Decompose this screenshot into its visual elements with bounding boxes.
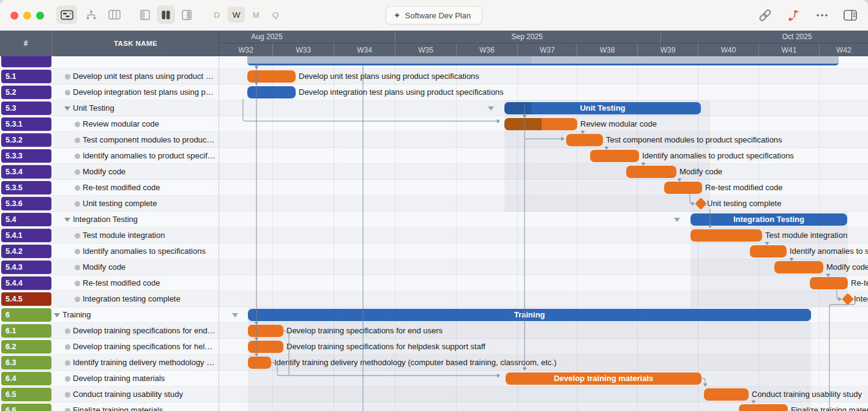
milestone-flag-button[interactable] <box>786 7 802 26</box>
week-cell-w37: W37 <box>517 43 577 56</box>
table-row-partial[interactable] <box>0 56 219 68</box>
task-name-label: Modify code <box>83 164 215 180</box>
month-label: Oct 2025 <box>782 31 812 43</box>
columns-view-button[interactable] <box>104 6 125 24</box>
row-badge: 5.4.3 <box>1 261 51 274</box>
week-cell-w41: W41 <box>758 43 819 56</box>
task-name-label: Review modular code <box>83 116 215 132</box>
task-bullet-icon <box>75 297 80 302</box>
plan-title-pill[interactable]: ✦ Software Dev Plan <box>386 6 482 24</box>
table-row-5.2[interactable]: 5.2Develop integration test plans using … <box>0 84 219 100</box>
dependency-arrow <box>605 147 609 150</box>
more-button[interactable] <box>815 7 829 26</box>
month-row: Aug 2025Sep 2025Oct 2025 <box>219 31 868 43</box>
task-name-label: Modify code <box>83 259 215 275</box>
month-label: Sep 2025 <box>511 31 542 43</box>
task-bullet-icon <box>65 408 70 411</box>
week-cell-w35: W35 <box>395 43 456 56</box>
table-row-6.3[interactable]: 6.3Identify training delivery methodolog… <box>0 355 219 371</box>
dependency-arrow <box>255 82 259 85</box>
toolbar: DWMQ ✦ Software Dev Plan <box>0 0 868 31</box>
ai-sparkle-icon: ✦ <box>394 11 401 20</box>
dependency-arrow <box>642 163 646 166</box>
task-bullet-icon <box>75 154 80 159</box>
task-name-label: Develop training specifications for help… <box>73 339 215 355</box>
task-bullet-icon <box>75 233 80 239</box>
table-row-5.4.4[interactable]: 5.4.4Re-test modified code <box>0 275 219 291</box>
columns-view-icon <box>108 10 121 20</box>
table-row-5.4.5[interactable]: 5.4.5Integration testing complete <box>0 291 219 307</box>
table-row-6.4[interactable]: 6.4Develop training materials <box>0 371 219 387</box>
week-cell-w39: W39 <box>637 43 698 56</box>
table-row-6.1[interactable]: 6.1Develop training specifications for e… <box>0 323 219 339</box>
task-name-label: Identify anomalies to product specificat… <box>83 148 215 164</box>
row-badge: 6 <box>1 308 51 322</box>
table-row-6.6[interactable]: 6.6Finalize training materials <box>0 402 219 411</box>
table-row-5.3.3[interactable]: 5.3.3Identify anomalies to product speci… <box>0 148 219 164</box>
table-row-5.4.1[interactable]: 5.4.1Test module integration <box>0 228 219 243</box>
sidebar-toggle-button[interactable] <box>842 7 858 26</box>
table-row-5.4.2[interactable]: 5.4.2Identify anomalies to specification… <box>0 243 219 259</box>
link-button[interactable] <box>757 7 773 26</box>
disclosure-triangle[interactable] <box>64 106 70 111</box>
table-row-6.5[interactable]: 6.5Conduct training usability study <box>0 387 219 402</box>
dependency-link <box>243 98 498 121</box>
minimize-button[interactable] <box>23 12 31 20</box>
zoom-level-d[interactable]: D <box>208 7 225 23</box>
toolbar-right <box>757 7 858 26</box>
row-badge: 5.3.1 <box>1 117 51 131</box>
table-row-5.3.4[interactable]: 5.3.4Modify code <box>0 164 219 180</box>
table-row-5.3.1[interactable]: 5.3.1Review modular code <box>0 116 219 132</box>
task-bullet-icon <box>65 74 70 80</box>
table-row-5.4.3[interactable]: 5.4.3Modify code <box>0 259 219 275</box>
right-panel-button[interactable] <box>178 6 196 24</box>
more-icon <box>815 7 829 23</box>
dependency-arrow <box>790 258 794 261</box>
task-bullet-icon <box>65 328 70 334</box>
dependency-arrow <box>255 66 259 69</box>
dependency-arrow <box>678 179 682 182</box>
split-panel-icon <box>161 10 171 20</box>
row-badge: 6.1 <box>1 324 51 338</box>
table-row-5.1[interactable]: 5.1Develop unit test plans using product… <box>0 68 219 84</box>
row-badge: 5.4 <box>1 213 51 226</box>
table-row-5.3.2[interactable]: 5.3.2Test component modules to product s… <box>0 132 219 148</box>
zoom-level-q[interactable]: Q <box>267 7 284 23</box>
row-badge: 6.2 <box>1 340 51 354</box>
column-header-task-name: TASK NAME <box>52 31 219 56</box>
task-name-label: Develop training materials <box>73 371 215 387</box>
task-name-label: Conduct training usability study <box>73 387 215 402</box>
table-row-5.4[interactable]: 5.4Integration Testing <box>0 212 219 228</box>
window-controls <box>10 12 44 20</box>
table-row-5.3.5[interactable]: 5.3.5Re-test modified code <box>0 180 219 196</box>
task-bullet-icon <box>65 360 70 366</box>
dependency-arrow <box>692 202 695 206</box>
table-row-6.2[interactable]: 6.2Develop training specifications for h… <box>0 339 219 355</box>
dependency-arrow <box>523 115 527 118</box>
row-badge: 5.2 <box>1 86 51 99</box>
split-panel-button[interactable] <box>157 6 175 24</box>
dependency-arrow <box>581 131 585 134</box>
network-view-button[interactable] <box>81 6 102 24</box>
timeline-header: Aug 2025Sep 2025Oct 2025 W32W33W34W35W36… <box>219 31 868 56</box>
gantt-view-button[interactable] <box>56 6 77 24</box>
task-name-label: Develop unit test plans using product sp… <box>73 68 215 84</box>
dependency-link <box>283 331 289 375</box>
table-row-5.3[interactable]: 5.3Unit Testing <box>0 100 219 116</box>
disclosure-triangle[interactable] <box>54 313 60 317</box>
task-bullet-icon <box>65 344 70 350</box>
task-name-label: Finalize training materials <box>73 402 215 411</box>
table-row-6[interactable]: 6Training <box>0 307 219 323</box>
dependency-arrow <box>752 401 756 404</box>
dependency-link <box>271 363 277 373</box>
row-badge: 5.3.4 <box>1 165 51 179</box>
table-row-5.3.6[interactable]: 5.3.6Unit testing complete <box>0 196 219 212</box>
task-table: 5.1Develop unit test plans using product… <box>0 56 219 411</box>
row-badge: 5.4.2 <box>1 245 51 258</box>
left-panel-button[interactable] <box>136 6 154 24</box>
zoom-level-m[interactable]: M <box>247 7 264 23</box>
zoom-level-w[interactable]: W <box>228 7 245 23</box>
close-button[interactable] <box>10 12 18 20</box>
disclosure-triangle[interactable] <box>64 218 70 222</box>
zoom-button[interactable] <box>36 12 44 20</box>
